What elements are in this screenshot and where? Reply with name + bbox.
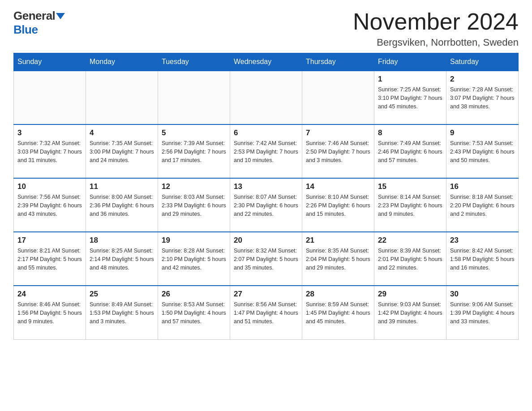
calendar-day-header: Saturday	[446, 53, 519, 71]
day-number: 25	[90, 290, 154, 299]
calendar-cell	[14, 71, 86, 124]
day-info: Sunrise: 8:59 AM Sunset: 1:45 PM Dayligh…	[306, 300, 370, 325]
day-info: Sunrise: 7:39 AM Sunset: 2:56 PM Dayligh…	[162, 139, 226, 164]
calendar-cell: 3Sunrise: 7:32 AM Sunset: 3:03 PM Daylig…	[14, 124, 86, 178]
day-number: 11	[90, 182, 154, 191]
calendar-cell: 29Sunrise: 9:03 AM Sunset: 1:42 PM Dayli…	[374, 286, 446, 339]
day-info: Sunrise: 8:32 AM Sunset: 2:07 PM Dayligh…	[234, 247, 298, 272]
day-number: 1	[378, 75, 442, 84]
calendar-day-header: Wednesday	[230, 53, 302, 71]
calendar-cell	[230, 71, 302, 124]
day-number: 29	[378, 290, 442, 299]
calendar-cell: 2Sunrise: 7:28 AM Sunset: 3:07 PM Daylig…	[446, 71, 519, 124]
day-info: Sunrise: 8:00 AM Sunset: 2:36 PM Dayligh…	[90, 193, 154, 218]
day-info: Sunrise: 8:28 AM Sunset: 2:10 PM Dayligh…	[162, 247, 226, 272]
page-header: General Blue November 2024 Bergsviken, N…	[13, 9, 519, 48]
day-number: 19	[162, 236, 226, 245]
day-number: 9	[450, 128, 515, 137]
logo-general-text: General	[13, 9, 55, 23]
day-info: Sunrise: 7:56 AM Sunset: 2:39 PM Dayligh…	[17, 193, 82, 218]
calendar-table: SundayMondayTuesdayWednesdayThursdayFrid…	[13, 53, 519, 340]
calendar-cell: 28Sunrise: 8:59 AM Sunset: 1:45 PM Dayli…	[302, 286, 374, 339]
calendar-cell: 26Sunrise: 8:53 AM Sunset: 1:50 PM Dayli…	[158, 286, 230, 339]
day-number: 24	[17, 290, 82, 299]
day-info: Sunrise: 7:25 AM Sunset: 3:10 PM Dayligh…	[378, 86, 442, 111]
calendar-cell	[302, 71, 374, 124]
day-info: Sunrise: 9:06 AM Sunset: 1:39 PM Dayligh…	[450, 300, 515, 325]
day-info: Sunrise: 8:03 AM Sunset: 2:33 PM Dayligh…	[162, 193, 226, 218]
day-info: Sunrise: 7:46 AM Sunset: 2:50 PM Dayligh…	[306, 139, 370, 164]
day-number: 10	[17, 182, 82, 191]
calendar-cell: 21Sunrise: 8:35 AM Sunset: 2:04 PM Dayli…	[302, 232, 374, 286]
calendar-cell: 6Sunrise: 7:42 AM Sunset: 2:53 PM Daylig…	[230, 124, 302, 178]
day-number: 6	[234, 128, 298, 137]
calendar-week-row: 3Sunrise: 7:32 AM Sunset: 3:03 PM Daylig…	[14, 124, 519, 178]
day-number: 30	[450, 290, 515, 299]
calendar-cell: 5Sunrise: 7:39 AM Sunset: 2:56 PM Daylig…	[158, 124, 230, 178]
calendar-day-header: Monday	[86, 53, 158, 71]
calendar-cell: 15Sunrise: 8:14 AM Sunset: 2:23 PM Dayli…	[374, 178, 446, 232]
day-info: Sunrise: 8:56 AM Sunset: 1:47 PM Dayligh…	[234, 300, 298, 325]
calendar-cell: 30Sunrise: 9:06 AM Sunset: 1:39 PM Dayli…	[446, 286, 519, 339]
day-number: 13	[234, 182, 298, 191]
day-info: Sunrise: 7:49 AM Sunset: 2:46 PM Dayligh…	[378, 139, 442, 164]
calendar-cell: 10Sunrise: 7:56 AM Sunset: 2:39 PM Dayli…	[14, 178, 86, 232]
day-number: 15	[378, 182, 442, 191]
day-number: 5	[162, 128, 226, 137]
calendar-cell: 19Sunrise: 8:28 AM Sunset: 2:10 PM Dayli…	[158, 232, 230, 286]
calendar-cell: 27Sunrise: 8:56 AM Sunset: 1:47 PM Dayli…	[230, 286, 302, 339]
day-info: Sunrise: 8:25 AM Sunset: 2:14 PM Dayligh…	[90, 247, 154, 272]
day-info: Sunrise: 8:18 AM Sunset: 2:20 PM Dayligh…	[450, 193, 515, 218]
day-info: Sunrise: 7:28 AM Sunset: 3:07 PM Dayligh…	[450, 86, 515, 111]
calendar-cell: 25Sunrise: 8:49 AM Sunset: 1:53 PM Dayli…	[86, 286, 158, 339]
day-number: 22	[378, 236, 442, 245]
day-info: Sunrise: 8:46 AM Sunset: 1:56 PM Dayligh…	[17, 300, 82, 325]
day-info: Sunrise: 8:49 AM Sunset: 1:53 PM Dayligh…	[90, 300, 154, 325]
day-info: Sunrise: 8:14 AM Sunset: 2:23 PM Dayligh…	[378, 193, 442, 218]
calendar-cell: 22Sunrise: 8:39 AM Sunset: 2:01 PM Dayli…	[374, 232, 446, 286]
title-section: November 2024 Bergsviken, Norrbotten, Sw…	[353, 9, 519, 48]
logo: General Blue	[13, 9, 65, 37]
calendar-cell: 1Sunrise: 7:25 AM Sunset: 3:10 PM Daylig…	[374, 71, 446, 124]
day-info: Sunrise: 8:21 AM Sunset: 2:17 PM Dayligh…	[17, 247, 82, 272]
calendar-week-row: 17Sunrise: 8:21 AM Sunset: 2:17 PM Dayli…	[14, 232, 519, 286]
calendar-cell: 11Sunrise: 8:00 AM Sunset: 2:36 PM Dayli…	[86, 178, 158, 232]
day-info: Sunrise: 7:42 AM Sunset: 2:53 PM Dayligh…	[234, 139, 298, 164]
calendar-cell: 13Sunrise: 8:07 AM Sunset: 2:30 PM Dayli…	[230, 178, 302, 232]
day-info: Sunrise: 8:53 AM Sunset: 1:50 PM Dayligh…	[162, 300, 226, 325]
calendar-cell: 8Sunrise: 7:49 AM Sunset: 2:46 PM Daylig…	[374, 124, 446, 178]
day-info: Sunrise: 7:53 AM Sunset: 2:43 PM Dayligh…	[450, 139, 515, 164]
day-info: Sunrise: 9:03 AM Sunset: 1:42 PM Dayligh…	[378, 300, 442, 325]
calendar-cell: 4Sunrise: 7:35 AM Sunset: 3:00 PM Daylig…	[86, 124, 158, 178]
day-number: 20	[234, 236, 298, 245]
day-number: 27	[234, 290, 298, 299]
day-number: 8	[378, 128, 442, 137]
calendar-day-header: Sunday	[14, 53, 86, 71]
calendar-day-header: Friday	[374, 53, 446, 71]
location-title: Bergsviken, Norrbotten, Sweden	[353, 37, 519, 48]
calendar-cell	[158, 71, 230, 124]
day-info: Sunrise: 8:39 AM Sunset: 2:01 PM Dayligh…	[378, 247, 442, 272]
calendar-cell: 12Sunrise: 8:03 AM Sunset: 2:33 PM Dayli…	[158, 178, 230, 232]
day-number: 7	[306, 128, 370, 137]
day-number: 21	[306, 236, 370, 245]
day-info: Sunrise: 7:32 AM Sunset: 3:03 PM Dayligh…	[17, 139, 82, 164]
calendar-cell: 17Sunrise: 8:21 AM Sunset: 2:17 PM Dayli…	[14, 232, 86, 286]
calendar-cell: 23Sunrise: 8:42 AM Sunset: 1:58 PM Dayli…	[446, 232, 519, 286]
calendar-header-row: SundayMondayTuesdayWednesdayThursdayFrid…	[14, 53, 519, 71]
calendar-cell: 24Sunrise: 8:46 AM Sunset: 1:56 PM Dayli…	[14, 286, 86, 339]
day-number: 18	[90, 236, 154, 245]
calendar-cell: 14Sunrise: 8:10 AM Sunset: 2:26 PM Dayli…	[302, 178, 374, 232]
day-number: 3	[17, 128, 82, 137]
day-number: 4	[90, 128, 154, 137]
day-number: 2	[450, 75, 515, 84]
month-title: November 2024	[353, 9, 519, 34]
logo-triangle-icon	[56, 13, 65, 19]
calendar-cell	[86, 71, 158, 124]
day-info: Sunrise: 8:10 AM Sunset: 2:26 PM Dayligh…	[306, 193, 370, 218]
day-number: 16	[450, 182, 515, 191]
day-number: 17	[17, 236, 82, 245]
calendar-cell: 16Sunrise: 8:18 AM Sunset: 2:20 PM Dayli…	[446, 178, 519, 232]
day-info: Sunrise: 8:07 AM Sunset: 2:30 PM Dayligh…	[234, 193, 298, 218]
day-number: 26	[162, 290, 226, 299]
